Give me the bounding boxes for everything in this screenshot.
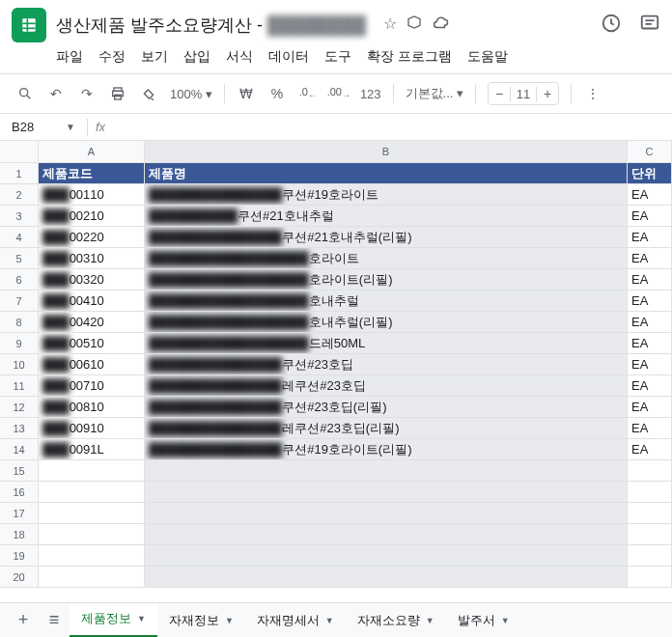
cell[interactable] [145,567,628,587]
dec-increase-btn[interactable]: .00→ [325,80,352,107]
spreadsheet-grid[interactable]: A B C 1 제품코드 제품명 단위 2 ███00110 █████████… [0,141,672,588]
row-header[interactable]: 18 [0,524,39,544]
cloud-icon[interactable] [432,14,449,36]
menu-view[interactable]: 보기 [141,48,168,66]
cell[interactable]: ██████████쿠션#21호내추럴 [145,206,628,226]
undo-icon[interactable]: ↶ [42,80,70,107]
cell[interactable]: ███00510 [39,333,145,353]
cell[interactable]: ███████████████쿠션#19호라이트(리필) [145,439,628,459]
row-header[interactable]: 2 [0,184,39,205]
row-header[interactable]: 20 [0,567,39,587]
currency-btn[interactable]: ₩ [233,80,260,107]
menu-extensions[interactable]: 확장 프로그램 [367,48,452,66]
chevron-down-icon[interactable]: ▼ [426,616,434,625]
cell[interactable]: ███00320 [39,269,145,290]
chevron-down-icon[interactable]: ▼ [137,614,146,623]
row-header[interactable]: 9 [0,333,39,353]
cell[interactable]: ███00410 [39,291,145,311]
cell[interactable] [628,460,672,481]
cell[interactable]: 제품명 [145,163,628,183]
cell[interactable]: EA [628,418,672,438]
row-header[interactable]: 15 [0,460,39,481]
menu-data[interactable]: 데이터 [268,48,309,66]
cell[interactable]: ███00310 [39,248,145,268]
cell[interactable] [39,567,145,587]
cell[interactable] [39,524,145,544]
cell[interactable]: EA [628,248,672,268]
row-header[interactable]: 4 [0,227,39,247]
cell[interactable]: ██████████████████드레50ML [145,333,628,353]
cell[interactable]: EA [628,375,672,396]
sheets-logo[interactable] [12,8,46,42]
cell[interactable]: EA [628,312,672,332]
paint-icon[interactable] [135,80,162,107]
cell[interactable]: ███████████████쿠션#21호내추럴(리필) [145,227,628,247]
cell[interactable] [145,524,628,544]
percent-btn[interactable]: % [264,80,291,107]
font-size-plus[interactable]: + [537,86,558,101]
cell[interactable]: ███00910 [39,418,145,438]
search-icon[interactable] [12,80,39,107]
cell[interactable]: ███00210 [39,206,145,226]
cell[interactable] [628,482,672,502]
cell[interactable]: ██████████████████호내추럴(리필) [145,312,628,332]
cell[interactable] [628,545,672,566]
comment-icon[interactable] [639,13,660,38]
add-sheet-btn[interactable]: + [8,605,39,636]
sheet-tab[interactable]: 자재정보▼ [157,603,245,638]
chevron-down-icon[interactable]: ▼ [225,616,234,625]
cell[interactable]: ██████████████████호내추럴 [145,291,628,311]
cell[interactable]: EA [628,354,672,374]
menu-file[interactable]: 파일 [56,48,83,66]
row-header[interactable]: 19 [0,545,39,566]
star-icon[interactable]: ☆ [383,14,397,36]
row-header[interactable]: 7 [0,291,39,311]
row-header[interactable]: 1 [0,163,39,183]
col-header-a[interactable]: A [39,141,145,162]
menu-format[interactable]: 서식 [226,48,253,66]
font-size-minus[interactable]: − [489,86,510,101]
cell[interactable] [39,545,145,566]
cell[interactable]: ███00110 [39,184,145,205]
select-all-corner[interactable] [0,141,39,162]
name-box[interactable]: B28 [8,118,66,136]
cell[interactable]: ██████████████████호라이트 [145,248,628,268]
cell[interactable]: EA [628,184,672,205]
cell[interactable] [39,460,145,481]
cell[interactable] [628,567,672,587]
col-header-c[interactable]: C [628,141,672,162]
menu-edit[interactable]: 수정 [98,48,126,66]
dec-decrease-btn[interactable]: .0← [294,80,322,107]
cell[interactable]: EA [628,206,672,226]
menu-help[interactable]: 도움말 [467,48,508,66]
font-select[interactable]: 기본값... ▾ [402,85,467,102]
cell[interactable]: ███00610 [39,354,145,374]
cell[interactable]: ███00220 [39,227,145,247]
zoom-select[interactable]: 100% ▾ [166,87,216,101]
cell[interactable]: EA [628,227,672,247]
more-icon[interactable]: ⋮ [579,80,606,107]
font-size-value[interactable]: 11 [510,87,537,101]
row-header[interactable]: 5 [0,248,39,268]
col-header-b[interactable]: B [145,141,628,162]
cell[interactable] [628,503,672,523]
all-sheets-btn[interactable]: ≡ [39,605,70,636]
chevron-down-icon[interactable]: ▼ [501,616,510,625]
cell[interactable] [39,482,145,502]
cell[interactable]: 제품코드 [39,163,145,183]
cell[interactable]: EA [628,269,672,290]
cell[interactable] [145,460,628,481]
row-header[interactable]: 17 [0,503,39,523]
cell[interactable]: ███████████████쿠션#23호딥 [145,354,628,374]
cell[interactable]: ███00710 [39,375,145,396]
redo-icon[interactable]: ↷ [73,80,100,107]
cell[interactable]: ███████████████쿠션#19호라이트 [145,184,628,205]
row-header[interactable]: 11 [0,375,39,396]
cell[interactable] [628,524,672,544]
print-icon[interactable] [104,80,131,107]
row-header[interactable]: 13 [0,418,39,438]
row-header[interactable]: 6 [0,269,39,290]
row-header[interactable]: 8 [0,312,39,332]
menu-insert[interactable]: 삽입 [183,48,210,66]
cell[interactable]: ██████████████████호라이트(리필) [145,269,628,290]
